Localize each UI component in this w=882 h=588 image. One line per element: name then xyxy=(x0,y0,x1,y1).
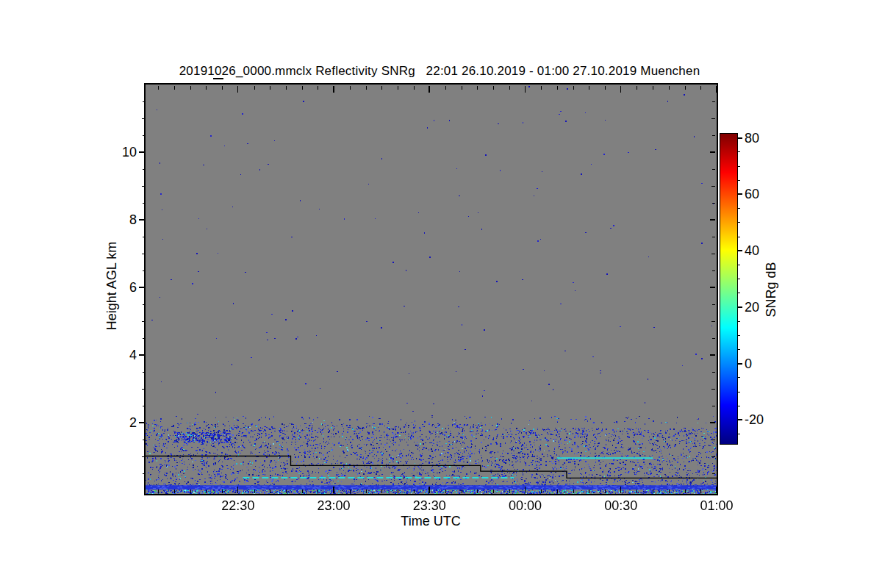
y-tick-major-right xyxy=(710,151,715,153)
x-tick-minor-top xyxy=(398,86,398,90)
x-tick-minor-top xyxy=(302,86,303,90)
y-tick-label: 2 xyxy=(110,415,137,430)
x-tick-minor-bottom xyxy=(174,490,175,493)
x-tick-minor-top xyxy=(653,86,653,90)
y-axis-title: Height AGL km xyxy=(104,234,120,337)
y-tick-minor xyxy=(142,186,146,187)
x-tick-major-top xyxy=(237,86,239,93)
x-tick-minor-top xyxy=(669,86,670,90)
x-tick-minor-top xyxy=(222,86,223,90)
colorbar-tick-minor xyxy=(738,222,740,223)
x-tick-minor-bottom xyxy=(462,490,462,493)
x-tick-minor-top xyxy=(462,86,462,90)
y-tick-minor xyxy=(142,321,146,322)
colorbar-tick-major xyxy=(738,419,742,420)
y-tick-minor xyxy=(142,118,146,119)
colorbar-tick-major xyxy=(738,250,742,251)
x-tick-minor-top xyxy=(286,86,287,90)
y-tick-minor xyxy=(143,338,146,339)
y-tick-major xyxy=(139,287,146,288)
y-tick-minor xyxy=(143,101,146,102)
x-tick-major-top xyxy=(716,86,717,93)
y-tick-minor-right xyxy=(712,440,715,440)
y-tick-minor xyxy=(143,406,146,406)
colorbar-title: SNRg dB xyxy=(763,245,779,334)
y-tick-label: 8 xyxy=(110,212,137,227)
x-tick-minor-bottom xyxy=(685,490,686,493)
y-tick-minor-right xyxy=(711,254,715,254)
y-tick-minor-right xyxy=(712,270,715,271)
radar-reflectivity-quicklook: 20191026_0000.mmclx Reflectivity SNRg 22… xyxy=(0,0,882,588)
colorbar-tick-minor xyxy=(738,321,740,322)
colorbar-tick-major xyxy=(738,137,742,139)
x-tick-major-bottom xyxy=(716,487,717,493)
x-tick-minor-top xyxy=(254,86,255,90)
x-tick-minor-bottom xyxy=(222,490,223,493)
y-tick-major-right xyxy=(710,219,715,220)
x-tick-minor-top xyxy=(477,86,478,90)
x-tick-label: 22:30 xyxy=(212,498,264,513)
x-tick-minor-top xyxy=(190,86,191,90)
y-tick-minor-right xyxy=(712,304,715,305)
x-tick-minor-top xyxy=(605,86,606,90)
x-tick-minor-bottom xyxy=(414,490,415,493)
x-tick-major-top xyxy=(429,86,430,93)
y-tick-major-right xyxy=(710,287,715,288)
y-tick-major-right xyxy=(710,354,715,356)
x-tick-minor-bottom xyxy=(653,490,653,493)
x-tick-minor-bottom xyxy=(509,490,510,493)
x-tick-major-bottom xyxy=(333,487,334,493)
x-tick-minor-top xyxy=(685,86,686,90)
colorbar-tick-minor xyxy=(738,265,740,265)
colorbar-tick-minor xyxy=(738,151,740,152)
y-tick-minor-right xyxy=(712,372,715,373)
colorbar-tick-minor xyxy=(738,392,740,392)
artifact-dash xyxy=(213,78,223,79)
y-tick-major-right xyxy=(710,422,715,423)
x-tick-major-bottom xyxy=(429,487,430,493)
x-tick-minor-top xyxy=(557,86,558,90)
x-tick-label: 23:00 xyxy=(308,498,359,513)
y-tick-minor-right xyxy=(712,169,715,170)
y-tick-minor-right xyxy=(711,389,715,390)
x-tick-minor-bottom xyxy=(589,490,589,493)
x-tick-major-top xyxy=(620,86,622,93)
x-tick-minor-bottom xyxy=(477,490,478,493)
x-tick-minor-bottom xyxy=(493,490,494,493)
x-tick-minor-top xyxy=(350,86,351,90)
y-tick-major xyxy=(139,151,146,153)
x-tick-minor-bottom xyxy=(573,490,574,493)
y-tick-minor-right xyxy=(712,237,715,237)
x-tick-minor-bottom xyxy=(270,490,270,493)
x-tick-minor-top xyxy=(541,86,542,90)
colorbar-tick-label: -20 xyxy=(745,412,778,427)
x-tick-minor-top xyxy=(206,86,207,90)
y-tick-minor xyxy=(143,135,146,136)
x-tick-minor-bottom xyxy=(381,490,382,493)
x-tick-major-bottom xyxy=(525,487,526,493)
y-tick-minor-right xyxy=(712,338,715,339)
colorbar-tick-minor xyxy=(738,293,740,293)
colorbar-gradient xyxy=(720,133,738,445)
colorbar-tick-major xyxy=(738,193,742,195)
colorbar-tick-minor xyxy=(738,208,740,209)
y-tick-major xyxy=(139,422,146,423)
x-tick-minor-bottom xyxy=(669,490,670,493)
y-tick-minor-right xyxy=(712,135,715,136)
colorbar-tick-minor xyxy=(738,237,740,237)
y-tick-minor-right xyxy=(711,321,715,322)
x-tick-minor-top xyxy=(445,86,446,90)
x-tick-minor-top xyxy=(700,86,701,90)
y-tick-minor-right xyxy=(711,456,715,457)
x-tick-minor-bottom xyxy=(158,490,159,493)
x-tick-minor-top xyxy=(270,86,270,90)
colorbar-tick-major xyxy=(738,306,742,308)
x-axis-title: Time UTC xyxy=(357,513,504,529)
x-tick-minor-top xyxy=(318,86,318,90)
y-tick-minor xyxy=(143,203,146,204)
colorbar-tick-minor xyxy=(738,406,740,406)
x-tick-label: 00:00 xyxy=(500,498,551,513)
colorbar-tick-label: 80 xyxy=(745,131,778,146)
x-tick-minor-top xyxy=(174,86,175,90)
y-tick-minor-right xyxy=(711,118,715,119)
